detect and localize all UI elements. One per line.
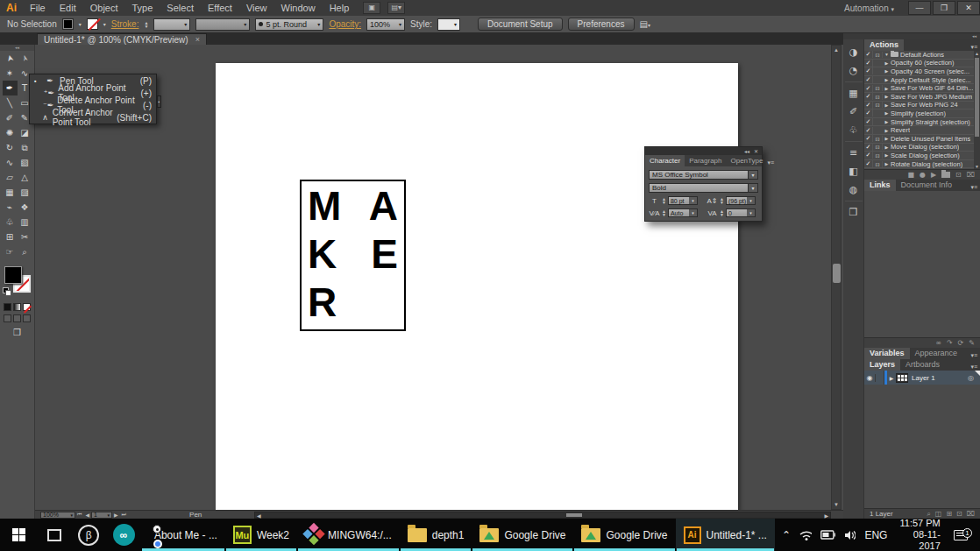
stroke-weight-dropdown[interactable]: ▾ bbox=[153, 18, 190, 31]
graphic-styles-panel-icon[interactable]: ❒ bbox=[845, 203, 863, 222]
draw-normal-button[interactable] bbox=[4, 314, 11, 322]
tab-appearance[interactable]: Appearance bbox=[910, 348, 963, 359]
style-swatch-dropdown[interactable]: ▾ bbox=[437, 18, 460, 31]
vertical-scroll-thumb[interactable] bbox=[833, 264, 841, 283]
stop-playing-icon[interactable]: ■ bbox=[907, 171, 914, 179]
tab-links[interactable]: Links bbox=[864, 180, 896, 191]
tab-opentype[interactable]: OpenType bbox=[726, 155, 767, 166]
action-expander-icon[interactable]: ▶ bbox=[883, 161, 891, 166]
action-row[interactable]: ✓⊡▶Save For Web PNG 24 bbox=[864, 102, 980, 110]
menu-select[interactable]: Select bbox=[160, 3, 201, 13]
eyedropper-tool[interactable]: ⌁ bbox=[3, 200, 18, 215]
draw-behind-button[interactable] bbox=[13, 314, 21, 322]
selection-tool[interactable]: ➤ bbox=[3, 51, 18, 66]
close-button[interactable]: ✕ bbox=[957, 1, 980, 15]
action-row[interactable]: ✓⊡▶Save For Web GIF 64 Dith... bbox=[864, 84, 980, 93]
control-panel-menu-icon[interactable]: ▤▾ bbox=[640, 19, 650, 29]
color-guide-panel-icon[interactable]: ◔ bbox=[845, 61, 863, 80]
tab-paragraph[interactable]: Paragraph bbox=[685, 155, 726, 166]
menu-help[interactable]: Help bbox=[323, 3, 357, 13]
brushes-panel-icon[interactable]: ✐ bbox=[845, 102, 863, 121]
new-set-icon[interactable] bbox=[941, 172, 950, 178]
action-row[interactable]: ✓⊡▼Default Actions bbox=[864, 51, 980, 60]
leading-stepper[interactable]: ▲▼ bbox=[720, 197, 724, 204]
font-family-dropdown[interactable]: MS Office Symbol▾ bbox=[649, 170, 758, 180]
horizontal-scrollbar[interactable]: ◀ ▶ bbox=[254, 512, 831, 519]
relink-icon[interactable]: ∞ bbox=[935, 339, 941, 347]
prev-artboard-icon[interactable]: ◀ bbox=[85, 512, 89, 518]
scale-tool[interactable]: ⧉ bbox=[18, 140, 32, 155]
default-fill-stroke-icon[interactable] bbox=[3, 287, 12, 297]
tab-character[interactable]: Character bbox=[645, 155, 685, 166]
font-size-dropdown[interactable]: 80 pt▾ bbox=[668, 196, 698, 205]
last-artboard-icon[interactable]: ⏭ bbox=[122, 512, 126, 518]
magic-wand-tool[interactable]: ✶ bbox=[3, 66, 18, 81]
action-row[interactable]: ✓▶Simplify (selection) bbox=[864, 109, 980, 118]
action-checkmark-icon[interactable]: ✓ bbox=[864, 160, 873, 167]
tab-variables[interactable]: Variables bbox=[864, 348, 910, 359]
horizontal-scroll-thumb[interactable] bbox=[566, 513, 582, 517]
action-expander-icon[interactable]: ▶ bbox=[883, 94, 891, 99]
layer-expand-icon[interactable]: ▶ bbox=[887, 375, 896, 381]
preferences-button[interactable]: Preferences bbox=[568, 18, 635, 31]
paintbrush-tool[interactable]: ✐ bbox=[3, 110, 18, 125]
direct-selection-tool[interactable]: ➢ bbox=[18, 51, 32, 66]
action-expander-icon[interactable]: ▶ bbox=[883, 110, 891, 116]
gradient-tool[interactable]: ▨ bbox=[18, 185, 32, 200]
perspective-grid-tool[interactable]: △ bbox=[18, 170, 32, 185]
menu-object[interactable]: Object bbox=[83, 3, 125, 13]
taskbar-app-mingw64-terminal[interactable]: MINGW64:/... bbox=[297, 519, 400, 551]
action-row[interactable]: ✓⊡▶Save For Web JPG Medium bbox=[864, 93, 980, 102]
arrange-documents-icon[interactable]: ▤▾ bbox=[387, 2, 405, 14]
layer-thumbnail[interactable] bbox=[896, 373, 908, 383]
action-dialog-toggle-icon[interactable]: ⊡ bbox=[873, 52, 883, 58]
action-checkmark-icon[interactable]: ✓ bbox=[864, 127, 873, 134]
new-action-icon[interactable]: ⊡ bbox=[955, 171, 962, 179]
new-layer-icon[interactable]: ⊡ bbox=[956, 510, 962, 519]
artboard-tool[interactable]: ⊞ bbox=[3, 230, 18, 244]
eraser-tool[interactable]: ◪ bbox=[18, 125, 32, 140]
locate-object-icon[interactable]: ⌕ bbox=[927, 510, 930, 519]
play-selection-icon[interactable]: ▶ bbox=[931, 171, 936, 179]
action-row[interactable]: ✓▶Opacity 40 Screen (selec... bbox=[864, 67, 980, 76]
artboard-number-field[interactable]: 1▾ bbox=[91, 512, 112, 519]
document-tab[interactable]: Untitled-1* @ 100% (CMYK/Preview) × bbox=[37, 33, 207, 45]
action-checkmark-icon[interactable]: ✓ bbox=[864, 152, 873, 159]
layer-name[interactable]: Layer 1 bbox=[912, 374, 968, 382]
shape-builder-tool[interactable]: ▱ bbox=[3, 170, 18, 185]
edit-original-icon[interactable]: ✎ bbox=[969, 339, 975, 347]
action-checkmark-icon[interactable]: ✓ bbox=[864, 109, 873, 117]
action-checkmark-icon[interactable]: ✓ bbox=[864, 93, 873, 100]
action-dialog-toggle-icon[interactable]: ⊡ bbox=[873, 161, 883, 167]
lock-toggle-cell[interactable] bbox=[876, 371, 884, 385]
taskbar-app-mu-editor[interactable]: MuWeek2 bbox=[225, 519, 297, 551]
color-panel-icon[interactable]: ◑ bbox=[845, 43, 863, 61]
line-segment-tool[interactable]: ╲ bbox=[3, 95, 18, 110]
action-center-button[interactable]: 1 bbox=[949, 530, 973, 540]
toolbar-grip[interactable]: ◂◂ bbox=[0, 45, 34, 51]
action-row[interactable]: ✓⊡▶Scale Dialog (selection) bbox=[864, 152, 980, 160]
action-expander-icon[interactable]: ▶ bbox=[883, 119, 891, 124]
action-dialog-toggle-icon[interactable]: ⊡ bbox=[873, 136, 883, 142]
mesh-tool[interactable]: ▦ bbox=[3, 185, 18, 200]
collapse-panel-icon[interactable]: ◂◂ bbox=[744, 148, 749, 154]
panel-menu-icon[interactable]: ▾≡ bbox=[767, 159, 777, 166]
zoom-tool[interactable]: ⌕ bbox=[18, 244, 32, 259]
action-expander-icon[interactable]: ▶ bbox=[883, 145, 891, 150]
pen-tool[interactable]: ✒ bbox=[3, 81, 18, 95]
action-dialog-toggle-icon[interactable]: ⊡ bbox=[873, 102, 883, 108]
first-artboard-icon[interactable]: ⏮ bbox=[77, 512, 82, 518]
action-row[interactable]: ✓⊡▶Rotate Dialog (selection) bbox=[864, 160, 980, 169]
action-dialog-toggle-icon[interactable]: ⊡ bbox=[873, 152, 883, 159]
tab-document-info[interactable]: Document Info bbox=[896, 180, 958, 191]
clock[interactable]: 11:57 PM 08-11-2017 bbox=[896, 518, 940, 551]
transparency-panel-icon[interactable]: ◍ bbox=[845, 180, 863, 199]
flyout-tearoff-strip[interactable]: ▪ bbox=[157, 95, 161, 108]
collapse-dock-icon[interactable]: ◂◂ bbox=[843, 33, 980, 39]
delete-action-icon[interactable]: ⌧ bbox=[967, 171, 975, 179]
action-row[interactable]: ✓▶Apply Default Style (selec... bbox=[864, 76, 980, 85]
action-expander-icon[interactable]: ▶ bbox=[883, 86, 891, 91]
action-checkmark-icon[interactable]: ✓ bbox=[864, 51, 873, 58]
stroke-weight-label[interactable]: Stroke: bbox=[111, 19, 139, 29]
color-mode-button[interactable] bbox=[4, 303, 11, 311]
